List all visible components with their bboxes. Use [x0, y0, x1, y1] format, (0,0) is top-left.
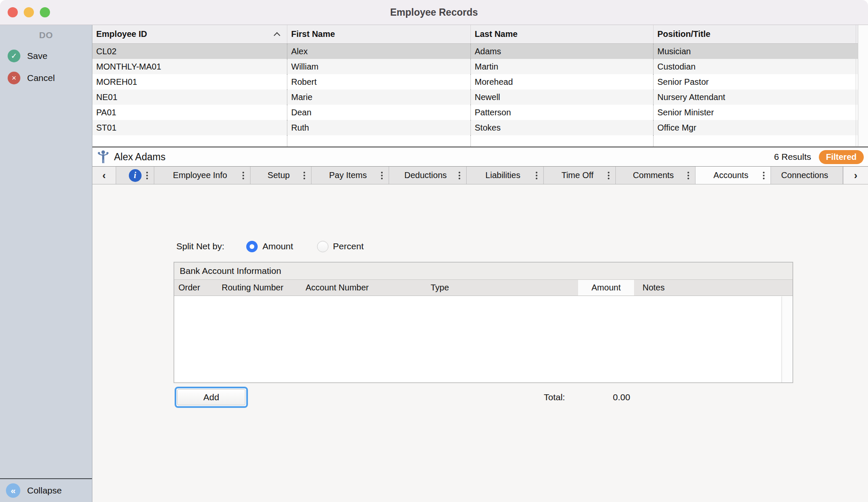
tab-menu-dots-icon[interactable]: [303, 172, 305, 179]
sidebar-header: DO: [0, 25, 92, 40]
sidebar-item-label: Save: [27, 51, 47, 61]
tab-pay-items[interactable]: Pay Items: [312, 167, 389, 184]
bank-table-header: OrderRouting NumberAccount NumberTypeAmo…: [174, 280, 793, 296]
cell-first: Ruth: [287, 120, 471, 135]
tab-menu-dots-icon[interactable]: [608, 172, 609, 179]
radio-unselected-icon[interactable]: [317, 241, 328, 252]
table-row[interactable]: NE01MarieNewellNursery Attendant: [92, 89, 868, 105]
bank-column-header-routing-number[interactable]: Routing Number: [222, 280, 284, 296]
tab-liabilities[interactable]: Liabilities: [467, 167, 544, 184]
bank-account-panel: Bank Account Information OrderRouting Nu…: [174, 262, 793, 383]
sidebar-item-cancel[interactable]: ×Cancel: [0, 72, 92, 84]
employee-table-scrollbar[interactable]: [858, 25, 868, 146]
close-window-button[interactable]: [8, 7, 18, 17]
bank-column-header-account-number[interactable]: Account Number: [306, 280, 369, 296]
tab-menu-dots-icon[interactable]: [763, 172, 765, 179]
column-header-first-name[interactable]: First Name: [287, 25, 471, 43]
minimize-window-button[interactable]: [24, 7, 34, 17]
tab-deductions[interactable]: Deductions: [389, 167, 467, 184]
bank-column-header-amount[interactable]: Amount: [578, 280, 634, 296]
tab-setup[interactable]: Setup: [250, 167, 312, 184]
column-header-employee-id[interactable]: Employee ID: [92, 25, 287, 43]
cell-empty: [287, 135, 471, 146]
tab-comments[interactable]: Comments: [616, 167, 696, 184]
tab-menu-dots-icon[interactable]: [242, 172, 244, 179]
filtered-badge[interactable]: Filtered: [819, 150, 864, 164]
column-header-last-name[interactable]: Last Name: [471, 25, 654, 43]
tab-menu-dots-icon[interactable]: [146, 172, 148, 179]
bank-table-body[interactable]: [174, 296, 793, 382]
tab-scroll-right-button[interactable]: ›: [843, 167, 868, 184]
tab-label: Time Off: [562, 170, 598, 180]
tab-label: Comments: [633, 170, 678, 180]
cell-empty: [471, 135, 654, 146]
cell-title: Office Mgr: [654, 120, 856, 135]
cell-last: Adams: [471, 44, 654, 59]
tab-info[interactable]: i: [116, 167, 154, 184]
bank-table-scrollbar[interactable]: [782, 296, 793, 382]
bank-column-header-notes[interactable]: Notes: [643, 280, 665, 296]
column-header-position-title[interactable]: Position/Title: [654, 25, 856, 43]
total-value: 0.00: [613, 392, 630, 402]
tab-label: Employee Info: [173, 170, 231, 180]
radio-option-amount[interactable]: Amount: [246, 241, 293, 252]
cell-empty: [654, 135, 856, 146]
cell-title: Custodian: [654, 59, 856, 74]
cell-last: Stokes: [471, 120, 654, 135]
radio-option-percent[interactable]: Percent: [317, 241, 364, 252]
x-circle-icon: ×: [8, 72, 20, 84]
table-row[interactable]: ST01RuthStokesOffice Mgr: [92, 120, 868, 135]
tab-employee-info[interactable]: Employee Info: [154, 167, 250, 184]
tab-connections[interactable]: Connections: [771, 167, 843, 184]
bank-column-header-order[interactable]: Order: [178, 280, 200, 296]
radio-label: Amount: [262, 241, 293, 251]
collapse-label: Collapse: [27, 485, 62, 496]
tab-label: Liabilities: [485, 170, 524, 180]
cell-last: Patterson: [471, 105, 654, 120]
tab-menu-dots-icon[interactable]: [536, 172, 537, 179]
app-body: DO ✓Save×Cancel « Collapse Employee IDFi…: [0, 25, 868, 502]
cell-title: Senior Minister: [654, 105, 856, 120]
tab-menu-dots-icon[interactable]: [459, 172, 460, 179]
tab-scroll-left-button[interactable]: ‹: [92, 167, 116, 184]
column-header-label: Last Name: [475, 29, 517, 39]
collapse-button[interactable]: « Collapse: [0, 478, 92, 502]
cell-last: Morehead: [471, 74, 654, 89]
title-bar: Employee Records: [0, 0, 868, 25]
table-row[interactable]: MOREH01RobertMoreheadSenior Pastor: [92, 74, 868, 89]
sidebar-item-label: Cancel: [27, 73, 55, 83]
sort-ascending-icon: [274, 32, 281, 39]
column-header-label: Employee ID: [96, 29, 147, 39]
employee-table: Employee IDFirst NameLast NamePosition/T…: [92, 25, 868, 147]
tab-label: Setup: [267, 170, 294, 180]
sidebar-item-save[interactable]: ✓Save: [0, 50, 92, 62]
tab-menu-dots-icon[interactable]: [687, 172, 689, 179]
tab-accounts[interactable]: Accounts: [696, 167, 771, 184]
cell-empty: [92, 135, 287, 146]
cell-id: MONTHLY-MA01: [92, 59, 287, 74]
cell-first: William: [287, 59, 471, 74]
tab-label: Pay Items: [329, 170, 371, 180]
table-row[interactable]: MONTHLY-MA01WilliamMartinCustodian: [92, 59, 868, 74]
cell-first: Robert: [287, 74, 471, 89]
employee-person-icon: [97, 150, 109, 164]
cell-last: Martin: [471, 59, 654, 74]
table-row[interactable]: CL02AlexAdamsMusician: [92, 44, 868, 59]
table-row[interactable]: PA01DeanPattersonSenior Minister: [92, 105, 868, 120]
add-account-button[interactable]: Add: [177, 389, 245, 405]
cell-first: Alex: [287, 44, 471, 59]
column-header-label: First Name: [291, 29, 335, 39]
chevrons-left-icon: «: [6, 483, 20, 498]
cell-id: CL02: [92, 44, 287, 59]
bank-column-header-type[interactable]: Type: [431, 280, 449, 296]
radio-selected-icon[interactable]: [246, 241, 258, 252]
cell-id: PA01: [92, 105, 287, 120]
tab-menu-dots-icon[interactable]: [381, 172, 383, 179]
cell-title: Musician: [654, 44, 856, 59]
zoom-window-button[interactable]: [40, 7, 50, 17]
accounts-tab-content: Split Net by: AmountPercent Bank Account…: [92, 184, 868, 502]
main-area: Employee IDFirst NameLast NamePosition/T…: [92, 25, 868, 502]
add-button-focus-ring: Add: [175, 387, 248, 408]
tab-time-off[interactable]: Time Off: [544, 167, 616, 184]
selected-record-bar: Alex Adams 6 Results Filtered: [92, 147, 868, 167]
